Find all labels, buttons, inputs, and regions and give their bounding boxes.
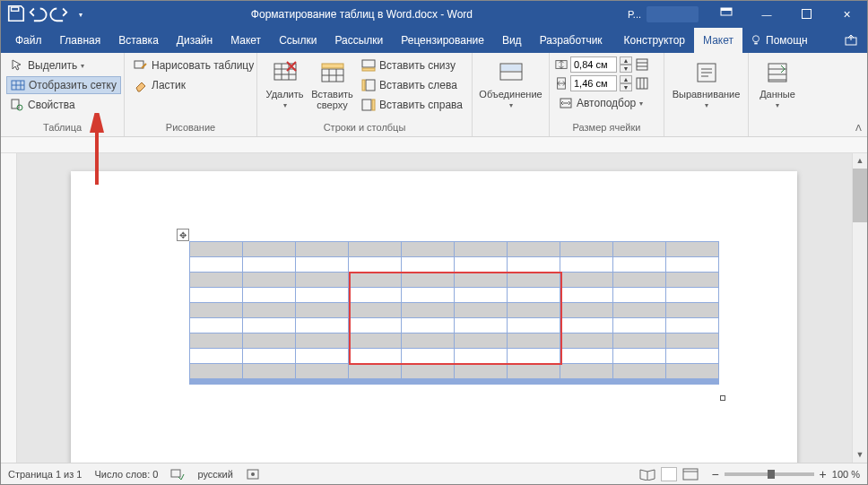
minimize-button[interactable]: — [746, 1, 786, 28]
merge-label: Объединение [479, 89, 542, 100]
zoom-slider[interactable] [725, 472, 814, 476]
table-move-handle[interactable]: ✥ [177, 229, 189, 241]
tab-layout[interactable]: Макет [221, 28, 270, 53]
svg-rect-17 [362, 100, 371, 110]
tab-table-layout[interactable]: Макет [694, 28, 742, 53]
distribute-rows-icon[interactable] [635, 57, 649, 72]
spin-down[interactable]: ▼ [620, 65, 632, 73]
properties-button[interactable]: Свойства [6, 96, 121, 114]
status-words[interactable]: Число слов: 0 [94, 469, 158, 480]
insert-below-label: Вставить снизу [379, 59, 456, 72]
tab-design[interactable]: Дизайн [168, 28, 221, 53]
maximize-button[interactable] [786, 1, 827, 28]
status-page[interactable]: Страница 1 из 1 [8, 469, 82, 480]
zoom-level[interactable]: 100 % [832, 469, 860, 480]
gridlines-icon [11, 78, 25, 92]
draw-table-button[interactable]: Нарисовать таблицу [130, 56, 257, 74]
tab-table-design[interactable]: Конструктор [615, 28, 694, 53]
row-height-icon [555, 58, 568, 71]
ribbon-options-icon [720, 7, 733, 22]
view-gridlines-button[interactable]: Отобразить сетку [6, 76, 121, 94]
row-height: ▲▼ [555, 56, 649, 73]
tab-mailings[interactable]: Рассылки [326, 28, 392, 53]
spin-down[interactable]: ▼ [620, 83, 632, 91]
tab-view[interactable]: Вид [493, 28, 531, 53]
merge-button[interactable]: Объединение ▾ [478, 56, 543, 109]
page[interactable]: ✥ [71, 171, 797, 463]
svg-rect-27 [768, 64, 786, 82]
spin-up[interactable]: ▲ [620, 75, 632, 83]
zoom-in-button[interactable]: + [820, 467, 827, 481]
user-indicator[interactable]: P... [628, 9, 641, 20]
insert-above-button[interactable]: Вставить сверху [310, 56, 354, 110]
distribute-cols-icon[interactable] [635, 76, 649, 91]
col-width: ▲▼ [555, 75, 649, 91]
col-width-input[interactable] [570, 75, 617, 91]
vertical-scrollbar[interactable]: ▲ ▼ [852, 153, 867, 463]
alignment-button[interactable]: Выравнивание ▾ [670, 56, 742, 109]
redo-button[interactable] [49, 4, 69, 24]
col-width-icon [555, 77, 568, 90]
svg-rect-7 [12, 100, 19, 108]
svg-point-4 [753, 36, 760, 42]
chevron-down-icon: ▾ [283, 101, 287, 109]
spellcheck-icon[interactable] [170, 468, 185, 481]
table-resize-handle[interactable] [720, 395, 725, 401]
properties-label: Свойства [28, 99, 75, 111]
scroll-down-icon[interactable]: ▼ [853, 447, 867, 463]
scroll-thumb[interactable] [853, 169, 867, 222]
spin-up[interactable]: ▲ [620, 56, 632, 65]
tab-references[interactable]: Ссылки [270, 28, 326, 53]
save-button[interactable] [6, 4, 26, 24]
web-layout-icon[interactable] [682, 468, 699, 481]
close-button[interactable]: × [827, 1, 867, 28]
data-label: Данные [760, 89, 795, 100]
window-title: Форматирование таблиц в Word.docx - Word [96, 8, 628, 21]
workspace: ✥ ▲ ▼ [1, 137, 867, 463]
read-mode-icon[interactable] [639, 468, 655, 481]
ribbon-options-button[interactable] [706, 1, 746, 28]
svg-rect-0 [12, 7, 19, 11]
macro-icon[interactable] [246, 468, 260, 481]
ribbon-tabs: Файл Главная Вставка Дизайн Макет Ссылки… [1, 28, 867, 53]
qat-customize-button[interactable]: ▾ [71, 4, 91, 24]
zoom-thumb[interactable] [768, 470, 775, 479]
table-row [190, 257, 719, 273]
alignment-icon [692, 58, 721, 87]
insert-above-icon [318, 58, 347, 87]
insert-below-button[interactable]: Вставить снизу [358, 56, 466, 74]
tab-developer[interactable]: Разработчик [531, 28, 612, 53]
insert-right-button[interactable]: Вставить справа [358, 96, 466, 114]
ruler-horizontal[interactable] [1, 137, 867, 153]
share-icon [844, 33, 858, 48]
undo-button[interactable] [28, 4, 48, 24]
print-layout-button[interactable] [661, 467, 677, 481]
autofit-button[interactable]: Автоподбор ▾ [555, 94, 649, 112]
zoom-out-button[interactable]: − [711, 467, 718, 481]
data-button[interactable]: Данные ▾ [754, 56, 801, 109]
page-area[interactable]: ✥ [17, 153, 852, 463]
draw-table-icon [134, 58, 148, 73]
table-row [190, 318, 719, 333]
alignment-label: Выравнивание [673, 89, 741, 100]
table-row [190, 288, 719, 303]
select-button[interactable]: Выделить ▾ [6, 56, 121, 74]
document-table[interactable] [189, 241, 719, 385]
row-height-input[interactable] [570, 56, 617, 73]
tab-insert[interactable]: Вставка [109, 28, 168, 53]
tab-file[interactable]: Файл [6, 28, 51, 53]
delete-button[interactable]: Удалить ▾ [263, 56, 307, 109]
scroll-up-icon[interactable]: ▲ [853, 153, 867, 169]
insert-left-icon [361, 78, 376, 92]
maximize-icon [802, 9, 812, 21]
tab-home[interactable]: Главная [51, 28, 110, 53]
share-button[interactable] [835, 28, 867, 53]
collapse-ribbon-button[interactable]: ᐱ [855, 123, 862, 133]
delete-table-icon [271, 58, 299, 87]
status-language[interactable]: русский [197, 469, 232, 480]
tab-review[interactable]: Рецензирование [392, 28, 493, 53]
tell-me[interactable]: Помощн [742, 28, 815, 53]
eraser-button[interactable]: Ластик [130, 76, 257, 94]
insert-left-button[interactable]: Вставить слева [358, 76, 466, 94]
ruler-vertical[interactable] [1, 153, 17, 463]
